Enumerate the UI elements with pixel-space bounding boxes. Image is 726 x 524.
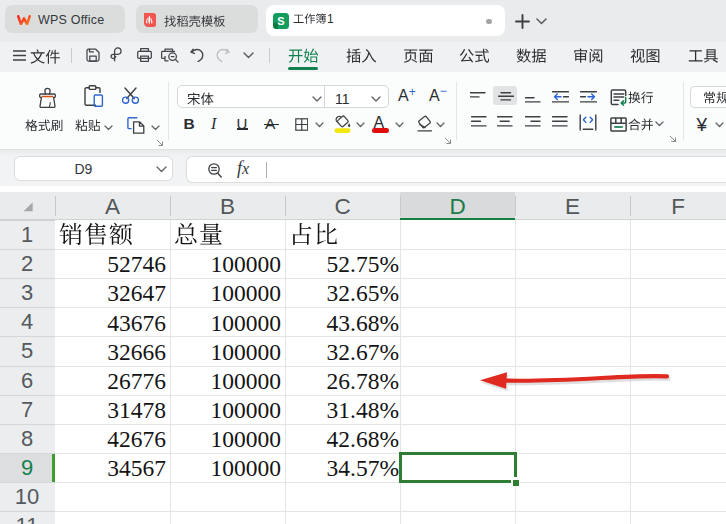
svg-text:S: S: [277, 15, 284, 27]
